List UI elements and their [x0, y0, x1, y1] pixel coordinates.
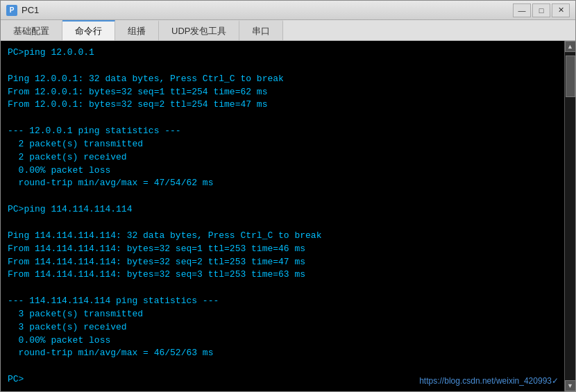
title-bar: P PC1 — □ ✕: [1, 1, 575, 20]
window-controls: — □ ✕: [513, 3, 570, 17]
scrollbar-up-button[interactable]: ▲: [565, 41, 576, 52]
window-icon: P: [6, 5, 17, 16]
maximize-button[interactable]: □: [532, 3, 550, 17]
scrollbar-thumb[interactable]: [566, 56, 575, 97]
scrollbar-down-button[interactable]: ▼: [565, 380, 576, 391]
close-button[interactable]: ✕: [552, 3, 570, 17]
watermark: https://blog.csdn.net/weixin_420993✓: [419, 376, 559, 386]
tab-bar: 基础配置 命令行 组播 UDP发包工具 串口: [1, 20, 575, 41]
scrollbar: ▲ ▼: [564, 41, 575, 391]
tab-serial[interactable]: 串口: [239, 20, 283, 40]
terminal-text: PC>ping 12.0.0.1 Ping 12.0.0.1: 32 data …: [8, 46, 557, 386]
tab-multicast[interactable]: 组播: [115, 20, 159, 40]
minimize-button[interactable]: —: [513, 3, 531, 17]
tab-udp[interactable]: UDP发包工具: [159, 20, 239, 40]
scrollbar-track[interactable]: [565, 52, 575, 380]
terminal-container: PC>ping 12.0.0.1 Ping 12.0.0.1: 32 data …: [1, 41, 575, 391]
tab-cmd[interactable]: 命令行: [62, 20, 115, 40]
terminal-output[interactable]: PC>ping 12.0.0.1 Ping 12.0.0.1: 32 data …: [1, 41, 564, 391]
main-window: P PC1 — □ ✕ 基础配置 命令行 组播 UDP发包工具 串口 PC>pi…: [0, 0, 576, 392]
window-title: PC1: [22, 5, 513, 15]
tab-basic[interactable]: 基础配置: [1, 20, 62, 40]
